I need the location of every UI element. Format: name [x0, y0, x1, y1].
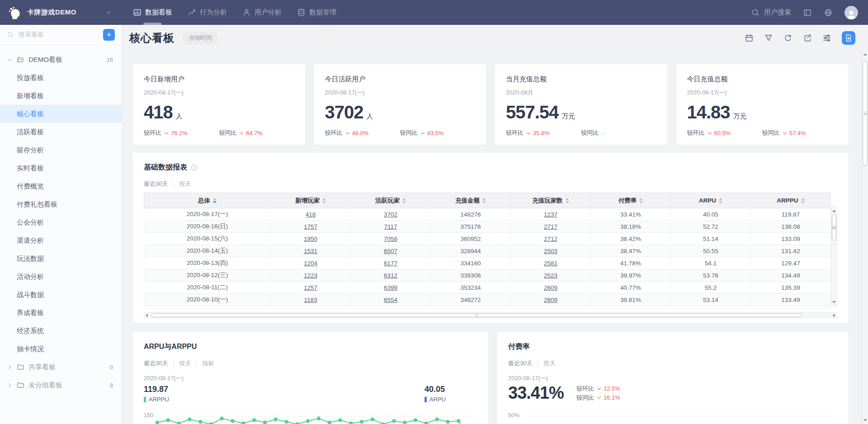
table-vertical-scrollbar[interactable]	[831, 207, 837, 306]
sidebar-item-渠道分析[interactable]: 渠道分析	[0, 231, 122, 250]
table-cell[interactable]: 6554	[351, 294, 431, 306]
sort-icons[interactable]	[719, 198, 722, 203]
nav-item-3[interactable]: 用户分析	[242, 0, 282, 25]
add-to-board-button[interactable]	[842, 31, 855, 45]
arpu-legend[interactable]: ARPU	[425, 396, 446, 403]
refresh-icon[interactable]	[783, 33, 793, 42]
sort-icons[interactable]	[322, 198, 326, 203]
table-cell[interactable]: 2609	[511, 294, 591, 306]
tab-最近30天[interactable]: 最近30天	[144, 359, 168, 367]
tab-最近30天[interactable]: 最近30天	[508, 359, 532, 367]
table-cell[interactable]: 1950	[271, 233, 351, 245]
tab-最近30天[interactable]: 最近30天	[144, 180, 168, 188]
table-cell[interactable]: 6507	[351, 245, 431, 257]
table-cell[interactable]: 6177	[351, 257, 431, 269]
sidebar-item-核心看板[interactable]: 核心看板	[0, 105, 122, 123]
scrollbar-thumb[interactable]	[151, 313, 802, 317]
down-arrow-icon	[345, 130, 349, 134]
column-header-活跃玩家[interactable]: 活跃玩家	[351, 193, 431, 208]
table-cell[interactable]: 2712	[511, 233, 591, 245]
column-header-充值金额[interactable]: 充值金额	[431, 193, 511, 208]
calendar-icon[interactable]	[745, 33, 754, 42]
user-avatar[interactable]	[844, 6, 858, 19]
sidebar-item-活动分析[interactable]: 活动分析	[0, 268, 122, 286]
table-cell[interactable]: 1531	[271, 245, 351, 257]
layout-panel-icon[interactable]	[803, 8, 812, 17]
column-header-充值玩家数[interactable]: 充值玩家数	[511, 193, 591, 208]
table-cell[interactable]: 1257	[271, 282, 351, 294]
sidebar-item-经济系统[interactable]: 经济系统	[0, 322, 122, 340]
add-board-button[interactable]: +	[103, 29, 115, 41]
table-cell[interactable]: 7117	[351, 221, 431, 233]
table-cell: 51.14	[671, 233, 751, 245]
table-cell[interactable]: 7058	[351, 233, 431, 245]
sidebar-item-付费礼包看板[interactable]: 付费礼包看板	[0, 195, 122, 213]
kpi-card-1: 今日新增用户2020-08-17(一)418人较环比76.2%较同比64.7%	[133, 64, 305, 145]
table-cell[interactable]: 2581	[511, 257, 591, 269]
sort-icons[interactable]	[213, 198, 217, 203]
sidebar-item-新增看板[interactable]: 新增看板	[0, 87, 122, 105]
sort-icons[interactable]	[566, 198, 569, 203]
sort-icons[interactable]	[402, 198, 406, 203]
sidebar-item-玩法数据[interactable]: 玩法数据	[0, 250, 122, 268]
table-cell[interactable]: 2609	[511, 282, 591, 294]
tab-按天[interactable]: 按天	[179, 180, 191, 188]
group-count-badge: 0	[110, 364, 113, 371]
filter-icon[interactable]	[764, 33, 773, 42]
table-cell[interactable]: 1183	[271, 294, 351, 306]
tab-按天[interactable]: 按天	[179, 359, 191, 367]
app-brand[interactable]: 卡牌游戏DEMO	[0, 5, 122, 20]
globe-icon[interactable]	[824, 8, 833, 17]
page-vertical-scrollbar[interactable]	[862, 51, 868, 424]
sidebar-item-战斗数据[interactable]: 战斗数据	[0, 286, 122, 304]
kpi-card-row: 今日新增用户2020-08-17(一)418人较环比76.2%较同比64.7%今…	[133, 64, 848, 145]
scrollbar-thumb[interactable]	[832, 214, 836, 240]
user-search[interactable]: 用户搜索	[751, 8, 791, 17]
tab-按天[interactable]: 按天	[543, 359, 555, 367]
sidebar-item-留存分析[interactable]: 留存分析	[0, 141, 122, 159]
sidebar-group-DEMO看板[interactable]: DEMO看板16	[0, 51, 122, 69]
sidebar-item-养成看板[interactable]: 养成看板	[0, 304, 122, 322]
column-header-ARPPU[interactable]: ARPPU	[751, 193, 831, 208]
sort-icons[interactable]	[801, 198, 805, 203]
share-icon[interactable]	[803, 33, 812, 42]
table-cell[interactable]: 2523	[511, 269, 591, 282]
table-cell[interactable]: 6312	[351, 269, 431, 282]
info-icon[interactable]	[191, 164, 198, 171]
sort-icons[interactable]	[639, 198, 643, 203]
sidebar-item-实时看板[interactable]: 实时看板	[0, 159, 122, 177]
adjust-icon[interactable]	[822, 33, 831, 42]
column-header-新增玩家[interactable]: 新增玩家	[271, 193, 351, 208]
kpi-value: 3702人	[325, 102, 476, 122]
table-cell[interactable]: 1223	[271, 269, 351, 282]
app-switcher-chevron-icon[interactable]	[106, 10, 111, 15]
tab-指标[interactable]: 指标	[202, 359, 214, 367]
payrate-card-title: 付费率	[508, 342, 530, 352]
nav-item-4[interactable]: 数据管理	[297, 0, 336, 25]
sort-icons[interactable]	[482, 198, 486, 203]
sidebar-item-付费概览[interactable]: 付费概览	[0, 177, 122, 195]
sidebar-group-共享看板[interactable]: 共享看板0	[0, 358, 122, 376]
column-header-总体[interactable]: 总体	[144, 193, 271, 208]
column-header-ARPU[interactable]: ARPU	[671, 193, 751, 208]
table-cell[interactable]: 2717	[511, 221, 591, 233]
arpu-card-tabs: 最近30天按天指标	[144, 359, 477, 367]
sidebar-item-抽卡情况[interactable]: 抽卡情况	[0, 340, 122, 358]
table-cell[interactable]: 418	[271, 208, 351, 221]
sidebar-item-公会分析[interactable]: 公会分析	[0, 213, 122, 231]
nav-item-2[interactable]: 行为分析	[188, 0, 227, 25]
scrollbar-thumb[interactable]	[863, 61, 868, 166]
table-cell[interactable]: 3702	[351, 208, 431, 221]
table-cell[interactable]: 6399	[351, 282, 431, 294]
table-cell[interactable]: 1757	[271, 221, 351, 233]
sidebar-group-未分组看板[interactable]: 未分组看板8	[0, 376, 122, 394]
table-cell[interactable]: 1237	[511, 208, 591, 221]
nav-item-1[interactable]: 数据看板	[133, 0, 172, 25]
table-cell[interactable]: 2503	[511, 245, 591, 257]
sidebar-item-活跃看板[interactable]: 活跃看板	[0, 123, 122, 141]
board-search[interactable]: 搜索看板 +	[0, 25, 122, 45]
table-cell[interactable]: 1204	[271, 257, 351, 269]
table-horizontal-scrollbar[interactable]	[144, 312, 837, 318]
sidebar-item-投放看板[interactable]: 投放看板	[0, 69, 122, 87]
column-header-付费率[interactable]: 付费率	[591, 193, 671, 208]
